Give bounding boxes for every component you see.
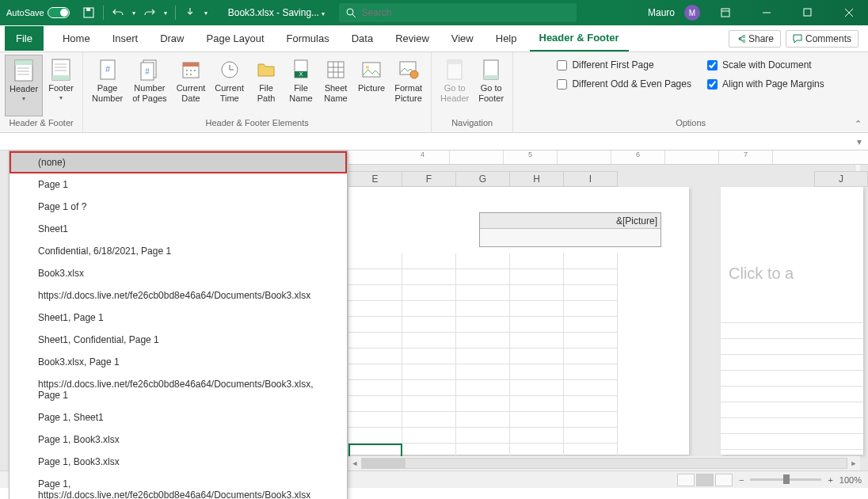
page-number-button[interactable]: #Page Number	[88, 55, 127, 116]
different-odd-even-checkbox[interactable]: Different Odd & Even Pages	[557, 78, 691, 90]
svg-rect-16	[52, 75, 70, 80]
tab-home[interactable]: Home	[53, 26, 100, 51]
file-path-button[interactable]: File Path	[249, 55, 283, 116]
tab-data[interactable]: Data	[342, 26, 383, 51]
redo-icon[interactable]	[143, 6, 156, 19]
avatar[interactable]: M	[684, 5, 700, 21]
tab-review[interactable]: Review	[386, 26, 439, 51]
header-presets-dropdown: (none) Page 1 Page 1 of ? Sheet1 Confide…	[9, 150, 348, 499]
svg-rect-26	[183, 63, 199, 67]
column-headers[interactable]: E F G H I	[348, 171, 618, 187]
undo-icon[interactable]	[112, 6, 124, 19]
date-icon	[181, 59, 201, 80]
formula-bar[interactable]: ▾	[0, 133, 868, 150]
header-section-right[interactable]: &[Picture]	[479, 212, 661, 247]
align-page-margins-checkbox[interactable]: Align with Page Margins	[707, 78, 824, 90]
expand-formula-icon[interactable]: ▾	[857, 136, 862, 147]
svg-rect-1	[86, 8, 90, 11]
header-content: &[Picture]	[480, 213, 661, 229]
zoom-in-icon[interactable]: +	[828, 475, 832, 485]
tab-page-layout[interactable]: Page Layout	[197, 26, 274, 51]
dropdown-item[interactable]: Page 1	[10, 173, 347, 196]
user-name[interactable]: Mauro	[648, 7, 675, 18]
touch-mode-icon[interactable]	[184, 6, 196, 19]
horizontal-scrollbar[interactable]: ◄ ►	[348, 456, 860, 470]
footer-icon	[51, 58, 71, 82]
group-label-nav: Navigation	[451, 116, 493, 129]
different-first-page-checkbox[interactable]: Different First Page	[557, 59, 691, 70]
search-input[interactable]	[361, 7, 480, 18]
goto-footer-icon	[482, 59, 501, 81]
column-header: G	[456, 171, 510, 187]
number-of-pages-button[interactable]: #Number of Pages	[128, 55, 170, 116]
dropdown-item[interactable]: Page 1, Book3.xlsx	[10, 451, 347, 473]
svg-point-31	[186, 74, 188, 75]
header-icon	[13, 59, 34, 82]
tab-insert[interactable]: Insert	[103, 26, 148, 51]
page-preview-2: J Click to a	[721, 187, 863, 455]
page-layout-view-icon[interactable]	[696, 474, 714, 486]
tab-file[interactable]: File	[5, 26, 44, 51]
share-button[interactable]: Share	[729, 30, 781, 48]
save-icon[interactable]	[82, 6, 95, 19]
file-name-button[interactable]: XFile Name	[284, 55, 318, 116]
autosave-toggle[interactable]: AutoSave	[0, 7, 76, 18]
tab-view[interactable]: View	[442, 26, 483, 51]
comments-button[interactable]: Comments	[786, 30, 858, 48]
click-to-add-header[interactable]: Click to a	[729, 265, 794, 283]
dropdown-item[interactable]: Sheet1	[10, 218, 347, 240]
dropdown-item[interactable]: Sheet1, Page 1	[10, 307, 347, 329]
dropdown-item[interactable]: Page 1, Sheet1	[10, 406, 347, 429]
ribbon-display-icon[interactable]	[710, 0, 741, 25]
tab-draw[interactable]: Draw	[150, 26, 193, 51]
close-icon[interactable]	[833, 0, 865, 25]
column-header[interactable]: J	[814, 171, 868, 187]
current-time-button[interactable]: Current Time	[211, 55, 248, 116]
goto-header-button: Go to Header	[436, 55, 473, 116]
zoom-slider[interactable]	[750, 478, 821, 481]
header-button[interactable]: Header▾	[5, 55, 43, 116]
dropdown-item[interactable]: Sheet1, Confidential, Page 1	[10, 329, 347, 351]
scroll-right-icon[interactable]: ►	[847, 459, 860, 467]
collapse-ribbon-icon[interactable]: ⌃	[855, 119, 862, 129]
dropdown-item[interactable]: https://d.docs.live.net/fe26cb0bd8e46a64…	[10, 284, 347, 307]
number-of-pages-icon: #	[139, 59, 161, 81]
dropdown-item[interactable]: https://d.docs.live.net/fe26cb0bd8e46a64…	[10, 373, 347, 406]
goto-footer-button[interactable]: Go to Footer	[474, 55, 508, 116]
svg-point-32	[190, 74, 192, 75]
maximize-icon[interactable]	[792, 0, 824, 25]
picture-button[interactable]: Picture	[354, 55, 389, 116]
dropdown-item-none[interactable]: (none)	[10, 151, 347, 173]
dropdown-item[interactable]: Confidential, 6/18/2021, Page 1	[10, 240, 347, 262]
view-buttons[interactable]	[677, 474, 733, 486]
dropdown-item[interactable]: Page 1 of ?	[10, 196, 347, 218]
cell-grid[interactable]	[348, 253, 673, 459]
format-picture-button[interactable]: Format Picture	[390, 55, 426, 116]
minimize-icon[interactable]	[751, 0, 782, 25]
page-break-view-icon[interactable]	[715, 474, 733, 486]
format-picture-icon	[398, 60, 419, 79]
zoom-out-icon[interactable]: −	[739, 475, 744, 485]
svg-point-29	[190, 70, 192, 71]
cell-grid-2[interactable]	[721, 307, 863, 450]
normal-view-icon[interactable]	[677, 474, 695, 486]
search-box[interactable]	[339, 3, 577, 22]
tab-help[interactable]: Help	[486, 26, 527, 51]
tab-header-footer[interactable]: Header & Footer	[530, 25, 629, 51]
dropdown-item[interactable]: Page 1, Book3.xlsx	[10, 429, 347, 451]
dropdown-item[interactable]: Book3.xlsx	[10, 262, 347, 284]
dropdown-item[interactable]: Page 1, https://d.docs.live.net/fe26cb0b…	[10, 473, 347, 499]
dropdown-item[interactable]: Book3.xlsx, Page 1	[10, 351, 347, 373]
svg-rect-51	[484, 75, 498, 79]
tab-formulas[interactable]: Formulas	[277, 26, 339, 51]
title-bar: AutoSave ▾ ▾ ▾ Book3.xlsx - Saving... ▾ …	[0, 0, 868, 25]
current-date-button[interactable]: Current Date	[173, 55, 210, 116]
group-label-hf: Header & Footer	[9, 116, 73, 129]
scroll-left-icon[interactable]: ◄	[348, 459, 361, 467]
scale-with-document-checkbox[interactable]: Scale with Document	[707, 59, 824, 70]
share-icon	[736, 34, 745, 44]
zoom-level[interactable]: 100%	[839, 475, 862, 485]
svg-rect-7	[804, 9, 811, 16]
footer-button[interactable]: Footer▾	[44, 55, 78, 116]
sheet-name-button[interactable]: Sheet Name	[319, 55, 352, 116]
